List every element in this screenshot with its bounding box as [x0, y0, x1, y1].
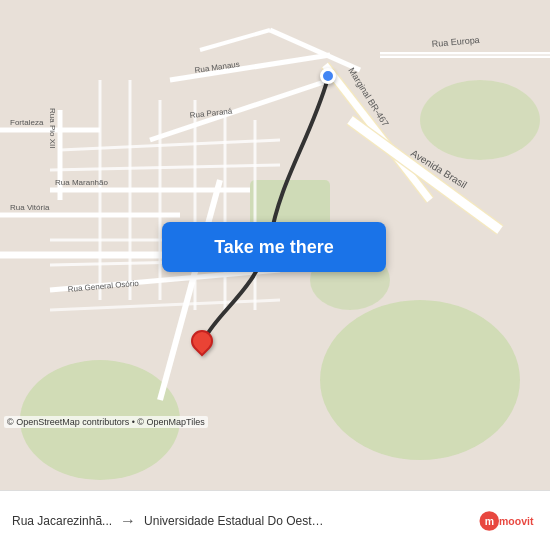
route-arrow-icon: →: [120, 512, 136, 530]
moovit-logo: m moovit: [478, 506, 538, 536]
svg-point-3: [420, 80, 540, 160]
destination-marker: [190, 330, 214, 360]
svg-text:m: m: [485, 514, 494, 526]
svg-text:Rua Pio XII: Rua Pio XII: [48, 108, 57, 148]
route-from: Rua Jacarezinhã...: [12, 514, 112, 528]
bottom-bar: Rua Jacarezinhã... → Universidade Estadu…: [0, 490, 550, 550]
svg-text:Fortaleza: Fortaleza: [10, 118, 44, 127]
route-to: Universidade Estadual Do Oeste...: [144, 514, 324, 528]
origin-marker: [320, 68, 336, 84]
osm-credit: © OpenStreetMap contributors • © OpenMap…: [4, 416, 208, 428]
svg-text:Rua Vitória: Rua Vitória: [10, 203, 50, 212]
svg-text:Rua Maranhão: Rua Maranhão: [55, 178, 108, 187]
map-container: Rua Europa Rua Manaus Rua Paraná Rua Pio…: [0, 0, 550, 490]
svg-point-1: [320, 300, 520, 460]
take-me-there-button[interactable]: Take me there: [162, 222, 386, 272]
svg-text:moovit: moovit: [499, 514, 534, 526]
